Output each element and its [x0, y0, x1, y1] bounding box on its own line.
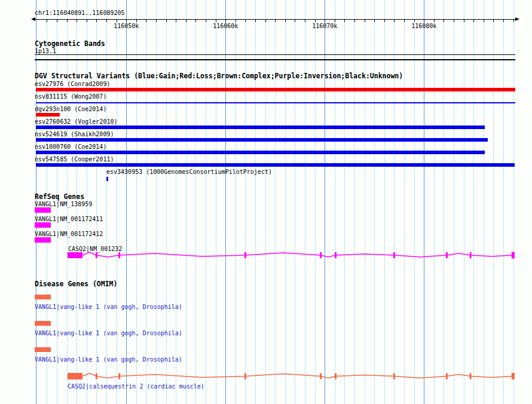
omim-gene-label[interactable]: VANGL1|vang-like 1 (van gogh, Drosophila… — [35, 356, 182, 363]
refseq-gene-label[interactable]: VANGL1|NM_001172412 — [35, 231, 103, 237]
variant-label[interactable]: nsv831115 (Wong2007) — [35, 93, 106, 100]
gridline — [106, 0, 107, 404]
ruler-tick — [57, 19, 57, 22]
ruler-tick — [136, 19, 137, 22]
variant-tick[interactable] — [106, 177, 108, 181]
ruler-tick — [47, 19, 47, 22]
variant-label[interactable]: esv2760632 (Vogler2010) — [35, 118, 117, 125]
gene-exon-tick[interactable] — [118, 252, 120, 258]
ruler-tick-label: 116060k — [213, 23, 238, 29]
gridline — [384, 0, 385, 404]
variant-label[interactable]: nsv1000760 (Coe2014) — [35, 143, 106, 150]
ruler-tick — [77, 19, 77, 22]
gridline — [503, 0, 504, 404]
ruler-tick-label: 116080k — [411, 23, 436, 29]
ruler-tick — [117, 19, 117, 22]
gridline — [236, 0, 236, 404]
variant-bar[interactable] — [36, 88, 515, 91]
gridline — [275, 0, 276, 404]
omim-gene-label[interactable]: VANGL1|vang-like 1 (van gogh, Drosophila… — [35, 330, 182, 336]
gridline — [176, 0, 176, 404]
ruler-tick — [473, 19, 474, 22]
omim-first-exon-box[interactable] — [68, 373, 82, 379]
variant-line[interactable] — [36, 102, 515, 103]
cytoband-label[interactable]: 1p13.1 — [35, 48, 56, 54]
variant-bar[interactable] — [36, 126, 485, 129]
ruler-tick — [305, 19, 305, 22]
gene-exon-tick[interactable] — [118, 374, 120, 379]
variant-bar[interactable] — [36, 113, 60, 117]
ruler-tick — [166, 19, 167, 22]
gene-exon-tick[interactable] — [470, 374, 472, 379]
gridline — [206, 0, 206, 404]
gridline — [166, 0, 167, 404]
ruler-tick — [285, 19, 286, 22]
gene-intron-line[interactable] — [82, 374, 513, 378]
gene-intron-line[interactable] — [82, 252, 513, 257]
gridline — [225, 0, 226, 404]
gridline — [126, 0, 127, 404]
gene-exon-tick[interactable] — [446, 374, 448, 379]
gridline — [454, 0, 454, 404]
gridline — [146, 0, 146, 404]
cytoband-box-top — [35, 54, 515, 55]
ruler-tick — [245, 19, 246, 22]
gridline — [484, 0, 484, 404]
variant-label[interactable]: esv27976 (Conrad2009) — [35, 81, 110, 87]
ruler-tick — [513, 19, 514, 22]
refseq-gene-label[interactable]: VANGL1|NM_001172411 — [35, 216, 103, 222]
ruler-tick — [96, 19, 97, 22]
variant-label[interactable]: esv3430953 (1000GenomesConsortiumPilotPr… — [106, 169, 272, 175]
ruler-tick — [394, 19, 395, 22]
omim-gene-label[interactable]: VANGL1|vang-like 1 (van gogh, Drosophila… — [35, 304, 182, 310]
omim-track-header: Disease Genes (OMIM) — [35, 280, 117, 287]
ruler-tick — [186, 19, 186, 22]
gridline — [136, 0, 137, 404]
variant-bar[interactable] — [36, 151, 485, 154]
ruler-tick — [146, 19, 146, 22]
omim-gene-box[interactable] — [35, 347, 51, 352]
refseq-track-header: RefSeq Genes — [35, 193, 84, 200]
gridline — [216, 0, 216, 404]
region-title: chr1:116040891..116089205 — [35, 10, 125, 16]
ruler-tick — [444, 19, 444, 22]
gridline — [374, 0, 375, 404]
ruler-tick — [384, 19, 385, 22]
gene-exon-tick[interactable] — [320, 252, 322, 258]
ruler-tick — [206, 19, 206, 22]
variant-bar[interactable] — [36, 138, 488, 142]
gene-exon-tick[interactable] — [446, 252, 448, 258]
variant-label[interactable]: nsv547585 (Cooper2011) — [35, 156, 114, 163]
gridline — [195, 0, 196, 404]
ruler-tick — [404, 19, 405, 22]
variant-label[interactable]: nsv524619 (Shaikh2009) — [35, 131, 114, 137]
refseq-gene-label[interactable]: VANGL1|NM_138959 — [35, 201, 92, 207]
gridline — [365, 0, 365, 404]
refseq-gene-box[interactable] — [35, 207, 51, 213]
gridline — [464, 0, 464, 404]
omim-gene-box[interactable] — [35, 321, 51, 326]
ruler-tick — [225, 19, 226, 22]
gene-exon-tick[interactable] — [470, 252, 472, 258]
ruler-tick — [365, 19, 365, 22]
refseq-first-exon-box[interactable] — [68, 252, 82, 258]
ruler-left-arrow-icon — [31, 17, 35, 21]
ruler-tick — [275, 19, 276, 22]
omim-gene-box[interactable] — [35, 295, 51, 299]
gridline — [493, 0, 494, 404]
gridline — [434, 0, 435, 404]
refseq-gene-label[interactable]: CASQ2|NM_001232 — [68, 246, 122, 252]
ruler-tick — [484, 19, 484, 22]
gridline — [295, 0, 295, 404]
variant-label[interactable]: dgv293n100 (Coe2014) — [35, 106, 106, 112]
ruler-tick — [216, 19, 216, 22]
ruler-tick — [265, 19, 266, 22]
variant-bar[interactable] — [36, 163, 515, 167]
refseq-gene-box[interactable] — [35, 222, 51, 228]
gene-exon-tick[interactable] — [320, 374, 322, 379]
gridline — [245, 0, 246, 404]
omim-gene-label[interactable]: CASQ2|calsequestrin 2 (cardiac muscle) — [68, 383, 204, 390]
gridline — [335, 0, 335, 404]
refseq-gene-box[interactable] — [35, 237, 51, 243]
ruler-tick — [335, 19, 335, 22]
